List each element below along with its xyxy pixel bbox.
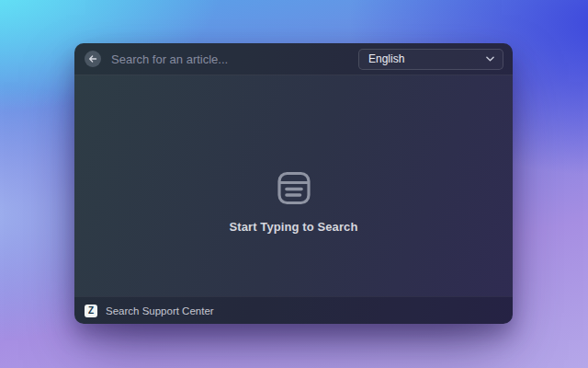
- zendesk-logo-letter: Z: [88, 306, 94, 316]
- search-widget-window: English Start Typing to Search Z: [74, 43, 513, 324]
- search-header: English: [74, 43, 513, 75]
- footer-label: Search Support Center: [106, 305, 214, 316]
- language-dropdown-value: English: [368, 52, 404, 65]
- search-input[interactable]: [109, 52, 358, 67]
- empty-state: Start Typing to Search: [230, 171, 358, 234]
- language-dropdown[interactable]: English: [358, 49, 503, 70]
- chevron-down-icon: [486, 56, 494, 62]
- desktop-background: English Start Typing to Search Z: [0, 0, 588, 368]
- article-icon: [277, 171, 311, 205]
- search-results-area: Start Typing to Search: [74, 75, 513, 296]
- footer-bar: Z Search Support Center: [74, 296, 513, 324]
- arrow-left-icon: [88, 54, 97, 63]
- back-button[interactable]: [85, 51, 101, 67]
- zendesk-logo-icon: Z: [85, 305, 97, 317]
- empty-state-message: Start Typing to Search: [230, 220, 358, 234]
